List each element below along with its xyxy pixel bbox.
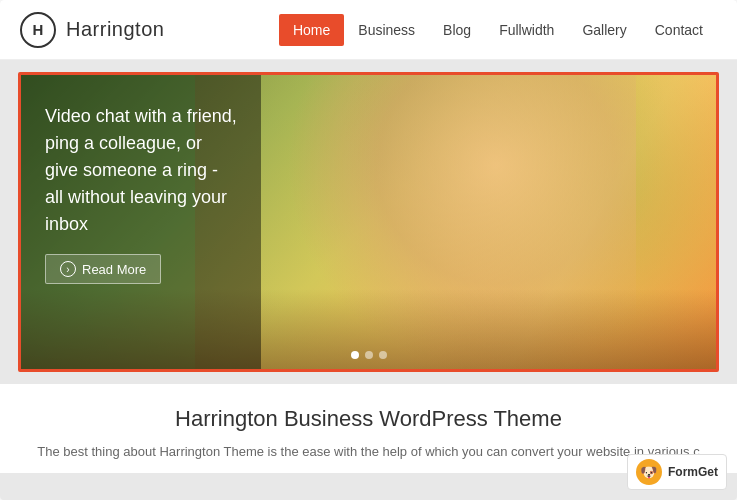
formget-badge[interactable]: 🐶 FormGet: [627, 454, 727, 490]
nav-item-contact[interactable]: Contact: [641, 14, 717, 46]
logo-circle: H: [20, 12, 56, 48]
nav-item-blog[interactable]: Blog: [429, 14, 485, 46]
hero-dot-1[interactable]: [351, 351, 359, 359]
formget-icon: 🐶: [636, 459, 662, 485]
nav-link-home[interactable]: Home: [279, 14, 344, 46]
nav-menu: Home Business Blog Fullwidth Gallery Con…: [279, 14, 717, 46]
hero-nav-dots: [351, 351, 387, 359]
read-more-label: Read More: [82, 262, 146, 277]
nav-item-home[interactable]: Home: [279, 14, 344, 46]
nav-link-fullwidth[interactable]: Fullwidth: [485, 14, 568, 46]
nav-link-contact[interactable]: Contact: [641, 14, 717, 46]
formget-emoji: 🐶: [640, 464, 657, 480]
nav-item-gallery[interactable]: Gallery: [568, 14, 640, 46]
hero-dot-3[interactable]: [379, 351, 387, 359]
section-description: The best thing about Harrington Theme is…: [30, 442, 707, 463]
hero-dot-2[interactable]: [365, 351, 373, 359]
browser-frame: H Harrington Home Business Blog Fullwidt…: [0, 0, 737, 500]
read-more-arrow-icon: ›: [60, 261, 76, 277]
nav-link-blog[interactable]: Blog: [429, 14, 485, 46]
nav-item-business[interactable]: Business: [344, 14, 429, 46]
formget-label: FormGet: [668, 465, 718, 479]
read-more-button[interactable]: › Read More: [45, 254, 161, 284]
nav-link-business[interactable]: Business: [344, 14, 429, 46]
section-title: Harrington Business WordPress Theme: [30, 406, 707, 432]
nav-link-gallery[interactable]: Gallery: [568, 14, 640, 46]
nav-item-fullwidth[interactable]: Fullwidth: [485, 14, 568, 46]
site-header: H Harrington Home Business Blog Fullwidt…: [0, 0, 737, 60]
hero-title: Video chat with a friend, ping a colleag…: [45, 103, 237, 238]
hero-content: Video chat with a friend, ping a colleag…: [21, 75, 261, 369]
logo-letter: H: [33, 21, 44, 38]
main-nav: Home Business Blog Fullwidth Gallery Con…: [279, 14, 717, 46]
site-name: Harrington: [66, 18, 164, 41]
logo-container: H Harrington: [20, 12, 279, 48]
hero-section: Video chat with a friend, ping a colleag…: [18, 72, 719, 372]
